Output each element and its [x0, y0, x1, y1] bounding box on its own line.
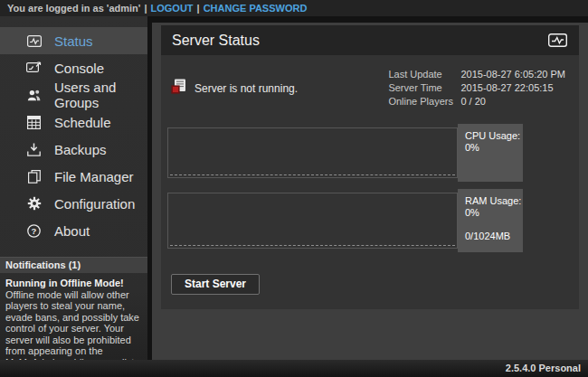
separator: |	[144, 3, 147, 14]
page-title: Server Status	[172, 33, 548, 49]
info-row-server-time: Server Time 2015-08-27 22:05:15	[388, 81, 565, 95]
footer-bar: 2.5.4.0 Personal	[0, 360, 588, 377]
info-label: Online Players	[388, 95, 460, 108]
activity-icon[interactable]	[548, 33, 568, 48]
sidebar-item-about[interactable]: ? About	[0, 217, 147, 244]
sidebar-item-backups[interactable]: Backups	[0, 136, 147, 163]
ram-usage-value: 0%	[465, 207, 523, 219]
panel-body: Server is not running. Last Update 2015-…	[161, 55, 579, 309]
info-value: 2015-08-27 6:05:20 PM	[460, 68, 565, 81]
file-manager-icon	[26, 169, 42, 184]
server-stopped-icon	[171, 79, 186, 98]
status-row: Server is not running. Last Update 2015-…	[167, 62, 573, 123]
sidebar: Status Console Users and Groups Schedule	[0, 16, 147, 361]
sidebar-item-file-manager[interactable]: File Manager	[0, 163, 147, 190]
backups-icon	[26, 142, 42, 157]
chart-baseline	[170, 174, 455, 175]
chart-baseline	[170, 245, 455, 246]
sidebar-item-status[interactable]: Status	[0, 27, 147, 54]
ram-usage-box: RAM Usage: 0% 0/1024MB	[458, 189, 523, 252]
change-password-link[interactable]: CHANGE PASSWORD	[204, 3, 308, 14]
activity-icon	[26, 33, 42, 49]
sidebar-item-label: About	[54, 223, 90, 239]
schedule-icon	[26, 115, 42, 130]
about-icon: ?	[26, 223, 42, 239]
version-label: 2.5.4.0 Personal	[506, 363, 581, 373]
panel-header: Server Status	[161, 25, 579, 55]
server-status-panel: Server Status Server is not running. Las…	[161, 25, 579, 309]
cpu-usage-value: 0%	[465, 142, 523, 154]
info-value: 2015-08-27 22:05:15	[460, 81, 553, 95]
cpu-usage-row: CPU Usage: 0%	[167, 127, 523, 178]
sidebar-item-configuration[interactable]: Configuration	[0, 190, 147, 217]
info-label: Last Update	[388, 68, 460, 81]
top-bar: You are logged in as 'admin'|LOGOUT|CHAN…	[0, 0, 588, 16]
server-info-table: Last Update 2015-08-27 6:05:20 PM Server…	[388, 68, 565, 108]
console-icon	[26, 61, 42, 76]
info-value: 0 / 20	[460, 95, 486, 108]
cpu-usage-box: CPU Usage: 0%	[458, 124, 523, 182]
logged-in-text: You are logged in as 'admin'	[7, 3, 140, 14]
notification-title: Running in Offline Mode!	[5, 278, 142, 289]
sidebar-menu: Status Console Users and Groups Schedule	[0, 16, 147, 244]
ram-usage-detail: 0/1024MB	[465, 231, 523, 242]
notifications-header: Notifications (1)	[0, 257, 147, 273]
gear-icon	[26, 196, 42, 212]
sidebar-item-users-and-groups[interactable]: Users and Groups	[0, 81, 147, 108]
sidebar-item-label: File Manager	[54, 169, 134, 184]
ram-usage-row: RAM Usage: 0% 0/1024MB	[167, 193, 523, 249]
sidebar-item-schedule[interactable]: Schedule	[0, 108, 147, 136]
sidebar-item-label: Schedule	[54, 115, 111, 130]
sidebar-item-label: Users and Groups	[54, 80, 147, 110]
ram-usage-label: RAM Usage:	[465, 195, 523, 207]
info-row-last-update: Last Update 2015-08-27 6:05:20 PM	[388, 68, 565, 81]
sidebar-item-label: Configuration	[54, 196, 135, 212]
cpu-usage-label: CPU Usage:	[465, 130, 523, 142]
separator: |	[197, 3, 200, 14]
sidebar-item-label: Status	[54, 33, 93, 49]
cpu-usage-chart	[167, 127, 458, 178]
svg-text:?: ?	[32, 225, 37, 235]
server-status-message: Server is not running.	[194, 82, 298, 95]
info-label: Server Time	[388, 81, 460, 95]
users-icon	[26, 88, 42, 103]
logout-link[interactable]: LOGOUT	[151, 3, 194, 14]
sidebar-item-console[interactable]: Console	[0, 54, 147, 81]
start-server-button[interactable]: Start Server	[171, 274, 260, 295]
info-row-online-players: Online Players 0 / 20	[388, 95, 565, 108]
sidebar-item-label: Console	[54, 61, 104, 76]
sidebar-item-label: Backups	[54, 142, 107, 157]
ram-usage-chart	[167, 193, 458, 249]
server-state: Server is not running.	[171, 68, 298, 108]
main-content: Server Status Server is not running. Las…	[152, 23, 588, 360]
